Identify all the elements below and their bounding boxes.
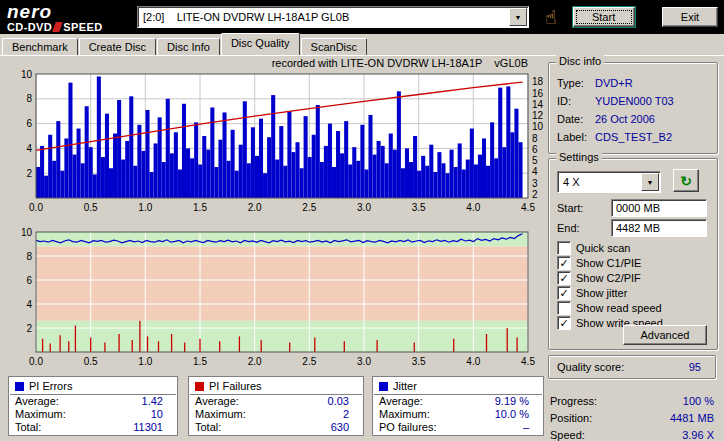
- svg-text:10: 10: [532, 121, 544, 132]
- end-position-field[interactable]: 4482 MB: [611, 219, 707, 237]
- pi-failures-legend-square: [195, 382, 204, 391]
- refresh-button[interactable]: ↻: [673, 169, 699, 192]
- svg-text:4: 4: [532, 166, 538, 177]
- maximum-value: 2: [343, 408, 349, 421]
- progress-value: 100 %: [683, 395, 714, 407]
- maximum-label: Maximum:: [379, 408, 451, 421]
- disc-label-label: Label:: [557, 131, 595, 143]
- svg-text:0.0: 0.0: [29, 356, 43, 367]
- disc-id-label: ID:: [557, 95, 595, 107]
- hand-pointer-icon[interactable]: ☝: [545, 6, 557, 29]
- exit-button[interactable]: Exit: [662, 7, 718, 27]
- drive-select-value: [2:0] LITE-ON DVDRW LH-18A1P GL0B: [138, 11, 509, 23]
- app-logo: nero CD-DVD SPEED: [0, 2, 129, 33]
- disc-info-group: Disc info Type:DVD+R ID:YUDEN000 T03 Dat…: [548, 62, 718, 154]
- total-value: 630: [331, 421, 349, 434]
- pi-errors-panel-title: PI Errors: [29, 380, 72, 392]
- jitter-legend-square: [379, 382, 388, 391]
- svg-text:6: 6: [532, 144, 538, 155]
- tab-benchmark[interactable]: Benchmark: [2, 38, 78, 55]
- check-icon: ✓: [559, 318, 568, 328]
- logo-nero-text: nero: [7, 2, 129, 21]
- position-label: Position:: [550, 412, 592, 424]
- disc-type-value: DVD+R: [595, 77, 633, 89]
- checkbox-quick-scan-label: Quick scan: [576, 242, 630, 254]
- settings-title: Settings: [556, 151, 602, 163]
- quality-score-label: Quality score:: [557, 361, 624, 373]
- quality-score-value: 95: [689, 361, 701, 373]
- maximum-value: 10: [151, 408, 163, 421]
- check-icon: ✓: [559, 258, 568, 268]
- advanced-button[interactable]: Advanced: [623, 325, 707, 345]
- svg-text:4.0: 4.0: [466, 202, 480, 213]
- svg-text:3: 3: [532, 178, 538, 189]
- checkbox-show-c1-pie[interactable]: ✓: [557, 256, 571, 270]
- svg-text:16: 16: [532, 88, 544, 99]
- svg-text:0.5: 0.5: [84, 356, 98, 367]
- refresh-icon: ↻: [680, 173, 692, 189]
- start-position-label: Start:: [557, 202, 611, 214]
- checkbox-quick-scan[interactable]: ✓: [557, 241, 571, 255]
- checkbox-show-c2-pif[interactable]: ✓: [557, 271, 571, 285]
- svg-text:6: 6: [26, 118, 32, 129]
- dropdown-arrow-icon[interactable]: ▼: [509, 8, 527, 26]
- total-label: Total:: [15, 421, 87, 434]
- svg-text:3.0: 3.0: [357, 356, 371, 367]
- maximum-value: 10.0 %: [495, 408, 529, 421]
- svg-text:5: 5: [532, 155, 538, 166]
- tab-disc-info[interactable]: Disc Info: [157, 38, 220, 55]
- tab-bar: Benchmark Create Disc Disc Info Disc Qua…: [0, 34, 724, 55]
- dropdown-arrow-icon[interactable]: ▼: [641, 173, 659, 191]
- checkbox-show-c2-pif-label: Show C2/PIF: [576, 272, 641, 284]
- logo-cddvd-text: CD-DVD: [7, 22, 52, 33]
- check-icon: ✓: [559, 273, 568, 283]
- speed-label: Speed:: [550, 429, 585, 441]
- svg-text:2.0: 2.0: [248, 202, 262, 213]
- title-toolbar: nero CD-DVD SPEED [2:0] LITE-ON DVDRW LH…: [0, 0, 724, 34]
- average-value: 9.19 %: [495, 395, 529, 408]
- logo-speed-text: SPEED: [63, 22, 102, 33]
- disc-label-value: CDS_TEST_B2: [595, 131, 672, 143]
- checkbox-show-read-speed[interactable]: ✓: [557, 301, 571, 315]
- svg-text:4.5: 4.5: [521, 202, 535, 213]
- progress-panel: Progress:100 % Position:4481 MB Speed:3.…: [548, 392, 716, 441]
- settings-group: Settings 4 X ▼ ↻ Start: 0000 MB End: 448…: [548, 158, 718, 350]
- average-label: Average:: [15, 395, 87, 408]
- svg-text:3.0: 3.0: [357, 202, 371, 213]
- average-value: 0.03: [328, 395, 349, 408]
- svg-text:2.5: 2.5: [302, 202, 316, 213]
- jitter-panel: Jitter Average:9.19 % Maximum:10.0 % PO …: [372, 376, 544, 436]
- checkbox-show-write-speed[interactable]: ✓: [557, 316, 571, 330]
- pi-errors-chart: 0.00.51.01.52.02.53.03.54.04.51086421816…: [6, 66, 550, 218]
- average-value: 1.42: [142, 395, 163, 408]
- drive-select[interactable]: [2:0] LITE-ON DVDRW LH-18A1P GL0B ▼: [137, 6, 529, 28]
- pi-failures-panel: PI Failures Average:0.03 Maximum:2 Total…: [188, 376, 364, 436]
- checkbox-show-read-speed-label: Show read speed: [576, 302, 662, 314]
- check-icon: ✓: [559, 288, 568, 298]
- svg-text:2.0: 2.0: [248, 356, 262, 367]
- speed-select[interactable]: 4 X ▼: [557, 171, 661, 193]
- tab-create-disc[interactable]: Create Disc: [79, 38, 156, 55]
- svg-text:2.5: 2.5: [302, 356, 316, 367]
- maximum-label: Maximum:: [15, 408, 87, 421]
- svg-text:10: 10: [21, 69, 33, 80]
- svg-text:3.5: 3.5: [412, 202, 426, 213]
- tab-disc-quality[interactable]: Disc Quality: [221, 33, 300, 55]
- svg-text:8: 8: [532, 133, 538, 144]
- svg-text:4.5: 4.5: [521, 356, 535, 367]
- po-failures-label: PO failures:: [379, 421, 451, 434]
- average-label: Average:: [379, 395, 451, 408]
- svg-text:1.5: 1.5: [193, 202, 207, 213]
- tab-scandisc[interactable]: ScanDisc: [301, 38, 367, 55]
- checkbox-show-jitter[interactable]: ✓: [557, 286, 571, 300]
- disc-info-title: Disc info: [556, 55, 604, 67]
- start-button[interactable]: Start: [573, 7, 635, 27]
- svg-text:0.0: 0.0: [29, 202, 43, 213]
- checkbox-show-c1-pie-label: Show C1/PIE: [576, 257, 641, 269]
- speed-select-value: 4 X: [558, 176, 641, 188]
- disc-date-label: Date:: [557, 113, 595, 125]
- start-position-field[interactable]: 0000 MB: [611, 199, 707, 217]
- checkbox-show-jitter-label: Show jitter: [576, 287, 627, 299]
- svg-text:1.5: 1.5: [193, 356, 207, 367]
- position-value: 4481 MB: [670, 412, 714, 424]
